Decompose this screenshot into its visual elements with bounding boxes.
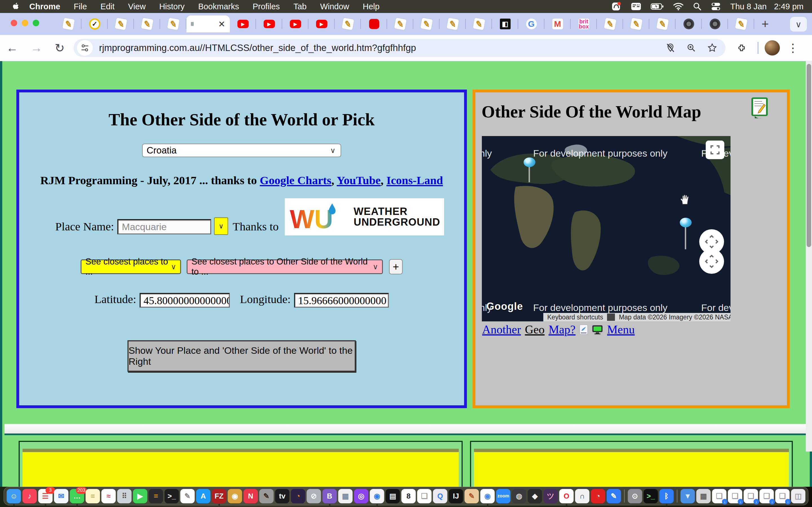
markup-icon[interactable]: ✎ bbox=[607, 489, 621, 503]
tab-rjm-2[interactable]: ✎ bbox=[108, 13, 134, 35]
mindnode-icon[interactable]: ∩ bbox=[575, 489, 590, 503]
tab-shield-16[interactable]: ◧ bbox=[492, 13, 518, 35]
place-name-input[interactable]: Macquarie bbox=[117, 219, 211, 234]
tab-gmail-18[interactable]: M bbox=[545, 13, 571, 35]
system-monitor-icon[interactable]: ⊙ bbox=[628, 489, 642, 503]
news-icon[interactable]: N bbox=[244, 489, 258, 503]
paintbrush-icon[interactable]: ✎ bbox=[465, 489, 479, 503]
keyboard-shortcuts-link[interactable]: Keyboard shortcuts bbox=[543, 314, 607, 321]
appstore-icon[interactable]: A bbox=[196, 489, 211, 503]
close-window-button[interactable] bbox=[11, 20, 17, 26]
zoom-page-icon[interactable] bbox=[681, 43, 702, 53]
another-link[interactable]: Another bbox=[482, 323, 521, 336]
menubar-window[interactable]: Window bbox=[313, 2, 356, 11]
gimp-icon[interactable]: ✎ bbox=[259, 489, 274, 503]
document-3-icon[interactable]: ❏↓ bbox=[744, 489, 758, 503]
mail-icon[interactable]: ✉ bbox=[54, 489, 68, 503]
menubar-help[interactable]: Help bbox=[356, 2, 387, 11]
intellij-icon[interactable]: IJ bbox=[449, 489, 463, 503]
filezilla-icon[interactable]: FZ bbox=[212, 489, 226, 503]
closest-otherside-select[interactable]: See closest places to Other Side of the … bbox=[187, 260, 383, 274]
tab-rjm-12[interactable]: ✎ bbox=[387, 13, 413, 35]
profile-avatar[interactable] bbox=[765, 40, 780, 55]
tab-rjm-3[interactable]: ✎ bbox=[134, 13, 160, 35]
forward-button[interactable]: → bbox=[24, 41, 49, 55]
google-maps-logo[interactable]: Google bbox=[486, 300, 523, 313]
menubar-history[interactable]: History bbox=[153, 2, 192, 11]
tab-rjm-0[interactable]: ✎ bbox=[55, 13, 82, 35]
blocked-icon[interactable]: ⊘ bbox=[307, 489, 321, 503]
menubar-app-name[interactable]: Chrome bbox=[22, 2, 67, 11]
tab-youtube-8[interactable]: ▶ bbox=[282, 13, 308, 35]
document-4-icon[interactable]: ❏↓ bbox=[760, 489, 774, 503]
opera-icon[interactable]: O bbox=[559, 489, 574, 503]
music-icon[interactable]: ♪ bbox=[22, 489, 37, 503]
country-select[interactable]: Croatia ∨ bbox=[142, 144, 341, 157]
battery-icon[interactable] bbox=[651, 3, 664, 10]
tab-youtube-9[interactable]: ▶ bbox=[308, 13, 335, 35]
keyboard-icon[interactable] bbox=[631, 2, 641, 11]
zoom-window-button[interactable] bbox=[33, 20, 39, 26]
menubar-view[interactable]: View bbox=[121, 2, 152, 11]
google-charts-link[interactable]: Google Charts bbox=[260, 174, 331, 187]
finder-icon[interactable]: ☺ bbox=[7, 489, 21, 503]
reminders-icon[interactable]: ☰3 bbox=[38, 489, 53, 503]
document-2-icon[interactable]: ❏↓ bbox=[728, 489, 742, 503]
control-center-icon[interactable] bbox=[711, 2, 721, 11]
active-tab[interactable]: ✕ bbox=[186, 15, 230, 33]
tab-chrome-23[interactable] bbox=[675, 13, 702, 35]
closest-places-select[interactable]: See closest places to ... ∨ bbox=[81, 260, 181, 274]
menubar-tab[interactable]: Tab bbox=[287, 2, 313, 11]
reload-button[interactable]: ↻ bbox=[49, 41, 71, 55]
quicktime-icon[interactable]: Q bbox=[433, 489, 448, 503]
inkscape-icon[interactable]: ◆ bbox=[528, 489, 542, 503]
minimize-window-button[interactable] bbox=[22, 20, 28, 26]
tab-rjm-20[interactable]: ✎ bbox=[597, 13, 623, 35]
note-doc-icon[interactable] bbox=[579, 325, 588, 335]
trash-icon[interactable]: ◫ bbox=[791, 489, 806, 503]
back-button[interactable]: ← bbox=[0, 41, 24, 55]
address-bar[interactable]: rjmprogramming.com.au//HTMLCSS/other_sid… bbox=[73, 39, 725, 57]
fullscreen-button[interactable] bbox=[706, 140, 724, 159]
notes-icon[interactable]: ≡ bbox=[86, 489, 100, 503]
document-1-icon[interactable]: ❏↓ bbox=[712, 489, 726, 503]
character-icon[interactable]: ツ bbox=[544, 489, 558, 503]
notification-app-icon[interactable] bbox=[611, 1, 621, 11]
screenshot-stack-icon[interactable]: ▦ bbox=[696, 489, 711, 503]
tab-britbox-19[interactable]: britbox bbox=[571, 13, 597, 35]
extensions-icon[interactable] bbox=[730, 43, 751, 53]
downloads-folder-icon[interactable]: ▼ bbox=[680, 489, 695, 503]
tab-rjm-25[interactable]: ✎ bbox=[728, 13, 754, 35]
console-icon[interactable]: >_ bbox=[644, 489, 658, 503]
place-history-select[interactable]: ∨ bbox=[214, 217, 228, 235]
pages-icon[interactable]: ❏ bbox=[417, 489, 432, 503]
geo-link[interactable]: Geo bbox=[525, 323, 545, 336]
menubar-bookmarks[interactable]: Bookmarks bbox=[192, 2, 246, 11]
terminal-alt-icon[interactable]: ▤ bbox=[386, 489, 400, 503]
apple-menu-icon[interactable] bbox=[10, 2, 22, 11]
zoom-icon[interactable]: zoom bbox=[496, 489, 511, 503]
tab-youtube-7[interactable]: ▶ bbox=[256, 13, 282, 35]
icons-land-link[interactable]: Icons-Land bbox=[386, 174, 443, 187]
apple-tv-icon[interactable]: tv bbox=[275, 489, 290, 503]
tab-rjm-13[interactable]: ✎ bbox=[413, 13, 440, 35]
tab-rjm-21[interactable]: ✎ bbox=[623, 13, 649, 35]
calendar-icon[interactable]: 8 bbox=[402, 489, 416, 503]
scrollbar-thumb[interactable] bbox=[807, 64, 811, 247]
page-scrollbar[interactable] bbox=[806, 61, 812, 452]
facetime-icon[interactable]: ▶ bbox=[133, 489, 147, 503]
menu-link[interactable]: Menu bbox=[607, 323, 635, 336]
show-place-button[interactable]: Show Your Place and 'Other Side of the W… bbox=[128, 340, 356, 372]
chrome-menu-button[interactable]: ⋮ bbox=[782, 41, 804, 54]
record-player-icon[interactable]: ◍ bbox=[512, 489, 526, 503]
preview-icon[interactable]: ▦ bbox=[338, 489, 353, 503]
speedtest-icon[interactable]: ◔ bbox=[591, 489, 605, 503]
tab-record-11[interactable] bbox=[361, 13, 387, 35]
bluetooth-icon[interactable]: ᛒ bbox=[659, 489, 674, 503]
textedit-icon[interactable]: ✎ bbox=[181, 489, 195, 503]
memo-icon[interactable] bbox=[751, 97, 768, 120]
tab-youtube-6[interactable]: ▶ bbox=[230, 13, 256, 35]
menubar-clock[interactable]: Thu 8 Jan 2:49 pm bbox=[730, 2, 804, 11]
messages-icon[interactable]: …203 bbox=[70, 489, 84, 503]
safari-icon[interactable]: ◉ bbox=[370, 489, 384, 503]
